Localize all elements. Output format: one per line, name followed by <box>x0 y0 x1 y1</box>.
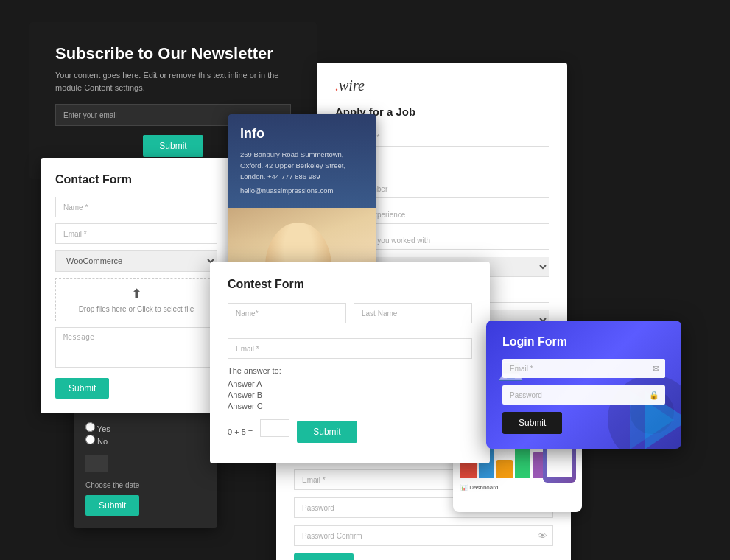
answer-label: The answer to: <box>228 366 472 375</box>
login-email-wrapper: ✉ <box>502 359 665 378</box>
create-account-submit-button[interactable]: Submit <box>294 553 354 560</box>
contact-message-input[interactable] <box>55 327 217 368</box>
upload-text: Drop files here or Click to select file <box>79 305 194 313</box>
contest-lastname-input[interactable] <box>354 303 472 323</box>
answer-c[interactable]: Answer C <box>228 402 472 410</box>
login-form-card: 💻 Login Form ✉ 🔒 Submit <box>486 321 681 449</box>
login-form-title: Login Form <box>502 335 665 349</box>
lock-icon: 🔒 <box>649 391 659 400</box>
info-city: London. +44 777 886 989 <box>240 171 364 182</box>
contact-select[interactable]: WooCommerce <box>55 250 217 272</box>
no-radio[interactable] <box>85 435 95 444</box>
date-label: Choose the date <box>85 481 206 489</box>
yes-label[interactable]: Yes <box>85 422 206 433</box>
answer-a[interactable]: Answer A <box>228 379 472 388</box>
newsletter-title: Subscribe to Our Newsletter <box>55 44 291 63</box>
captcha-row: 0 + 5 = Submit <box>228 419 472 444</box>
newsletter-submit-button[interactable]: Submit <box>143 135 203 157</box>
login-password-wrapper: 🔒 <box>502 385 665 405</box>
info-section: Info 269 Banbury Road Summertown, Oxford… <box>228 114 376 208</box>
login-password-input[interactable] <box>502 385 665 405</box>
confirm-eye-icon[interactable]: 👁 <box>538 531 547 542</box>
contact-submit-button[interactable]: Submit <box>55 378 109 399</box>
no-label[interactable]: No <box>85 435 206 446</box>
login-email-input[interactable] <box>502 359 665 378</box>
create-confirm-input[interactable] <box>294 525 553 546</box>
captcha-input[interactable] <box>260 419 289 437</box>
info-address2: Oxford. 42 Upper Berkeley Street, <box>240 160 364 171</box>
info-title: Info <box>240 126 364 141</box>
newsletter-description: Your content goes here. Edit or remove t… <box>55 69 291 94</box>
answer-list: Answer A Answer B Answer C <box>228 379 472 410</box>
answer-b[interactable]: Answer B <box>228 391 472 399</box>
contest-email-input[interactable] <box>228 338 472 359</box>
yes-radio[interactable] <box>85 422 95 432</box>
email-icon: ✉ <box>653 364 659 374</box>
contact-form-card: Contact Form WooCommerce ⬆ Drop files he… <box>41 158 232 413</box>
info-email[interactable]: hello@nuassimpressions.com <box>240 186 333 195</box>
contest-name-row <box>228 303 472 331</box>
yes-no-group: Yes No <box>85 422 206 446</box>
dark-form-submit-button[interactable]: Submit <box>85 495 139 516</box>
chart-bar-3 <box>496 460 513 478</box>
contact-form-title: Contact Form <box>55 173 217 186</box>
contact-upload-area[interactable]: ⬆ Drop files here or Click to select fil… <box>55 278 217 321</box>
number-input[interactable] <box>85 455 108 472</box>
login-submit-button[interactable]: Submit <box>502 412 562 434</box>
captcha-text: 0 + 5 = <box>228 427 253 436</box>
contest-submit-button[interactable]: Submit <box>297 421 357 443</box>
contest-form-title: Contest Form <box>228 278 472 291</box>
upload-icon: ⬆ <box>63 286 209 302</box>
contact-name-input[interactable] <box>55 197 217 217</box>
info-address1: 269 Banbury Road Summertown, <box>240 149 364 160</box>
create-confirm-row: 👁 <box>294 525 553 546</box>
contest-firstname-input[interactable] <box>228 303 346 323</box>
legend-item-1: 📊 Dashboard <box>460 484 498 491</box>
contest-form-card: Contest Form The answer to: Answer A Ans… <box>210 262 490 463</box>
login-form-area: Login Form ✉ 🔒 Submit <box>502 335 665 434</box>
job-card-logo: .wire <box>335 77 549 95</box>
contact-email-input[interactable] <box>55 223 217 244</box>
analytics-legend: 📊 Dashboard <box>460 484 575 491</box>
